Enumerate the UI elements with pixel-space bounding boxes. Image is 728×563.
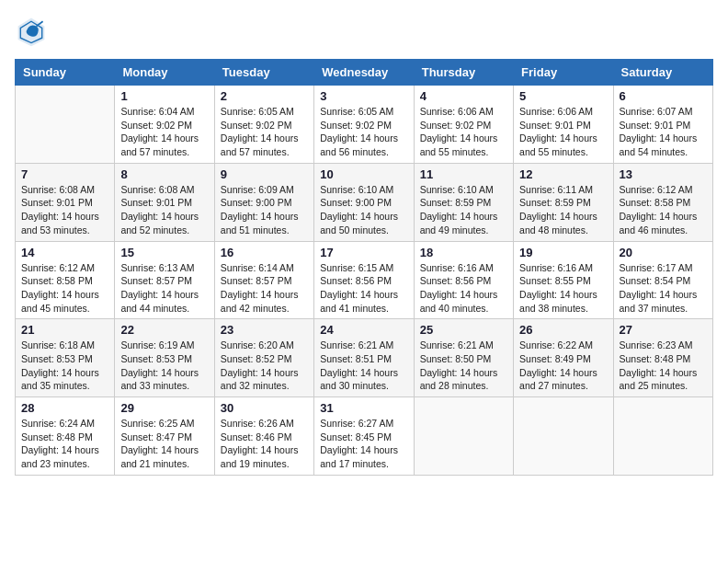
calendar-cell: 22Sunrise: 6:19 AM Sunset: 8:53 PM Dayli…	[115, 319, 214, 397]
day-number: 2	[221, 89, 308, 103]
calendar-cell: 12Sunrise: 6:11 AM Sunset: 8:59 PM Dayli…	[514, 163, 613, 241]
calendar-header-row: SundayMondayTuesdayWednesdayThursdayFrid…	[16, 60, 713, 86]
day-number: 11	[420, 167, 507, 181]
day-number: 18	[420, 246, 507, 259]
calendar-cell: 17Sunrise: 6:15 AM Sunset: 8:56 PM Dayli…	[314, 241, 414, 319]
day-number: 25	[420, 323, 507, 337]
day-info: Sunrise: 6:05 AM Sunset: 9:02 PM Dayligh…	[320, 105, 407, 159]
calendar-cell: 24Sunrise: 6:21 AM Sunset: 8:51 PM Dayli…	[314, 319, 414, 397]
calendar-cell: 27Sunrise: 6:23 AM Sunset: 8:48 PM Dayli…	[613, 319, 712, 397]
header-day-wednesday: Wednesday	[314, 60, 414, 86]
day-number: 17	[320, 246, 407, 259]
day-number: 28	[21, 401, 108, 415]
day-number: 5	[519, 89, 607, 103]
logo-icon	[15, 15, 48, 48]
day-number: 16	[221, 246, 308, 259]
calendar-cell: 23Sunrise: 6:20 AM Sunset: 8:52 PM Dayli…	[214, 319, 313, 397]
calendar-week-1: 1Sunrise: 6:04 AM Sunset: 9:02 PM Daylig…	[16, 86, 713, 164]
header-day-saturday: Saturday	[613, 60, 712, 86]
calendar-cell: 20Sunrise: 6:17 AM Sunset: 8:54 PM Dayli…	[613, 241, 712, 319]
day-number: 6	[620, 89, 707, 103]
header-day-friday: Friday	[514, 60, 613, 86]
day-number: 23	[221, 323, 308, 337]
calendar-cell: 25Sunrise: 6:21 AM Sunset: 8:50 PM Dayli…	[414, 319, 513, 397]
day-info: Sunrise: 6:21 AM Sunset: 8:51 PM Dayligh…	[320, 339, 407, 393]
calendar-cell: 3Sunrise: 6:05 AM Sunset: 9:02 PM Daylig…	[314, 86, 414, 164]
day-number: 13	[620, 167, 707, 181]
day-info: Sunrise: 6:19 AM Sunset: 8:53 PM Dayligh…	[120, 339, 208, 393]
calendar-cell	[613, 397, 712, 476]
calendar-cell: 5Sunrise: 6:06 AM Sunset: 9:01 PM Daylig…	[514, 86, 613, 164]
day-info: Sunrise: 6:27 AM Sunset: 8:45 PM Dayligh…	[320, 417, 407, 471]
day-number: 4	[420, 89, 507, 103]
day-info: Sunrise: 6:12 AM Sunset: 8:58 PM Dayligh…	[620, 183, 707, 237]
calendar-cell: 15Sunrise: 6:13 AM Sunset: 8:57 PM Dayli…	[115, 241, 214, 319]
day-info: Sunrise: 6:06 AM Sunset: 9:01 PM Dayligh…	[519, 105, 607, 159]
day-info: Sunrise: 6:15 AM Sunset: 8:56 PM Dayligh…	[320, 261, 407, 316]
day-info: Sunrise: 6:07 AM Sunset: 9:01 PM Dayligh…	[620, 105, 707, 159]
calendar-cell: 7Sunrise: 6:08 AM Sunset: 9:01 PM Daylig…	[16, 163, 115, 241]
day-number: 31	[320, 401, 407, 415]
page-header	[15, 15, 713, 48]
calendar-cell: 31Sunrise: 6:27 AM Sunset: 8:45 PM Dayli…	[314, 397, 414, 476]
day-number: 26	[519, 323, 607, 337]
calendar-cell: 16Sunrise: 6:14 AM Sunset: 8:57 PM Dayli…	[214, 241, 313, 319]
day-number: 27	[620, 323, 707, 337]
logo	[15, 15, 51, 48]
header-day-sunday: Sunday	[16, 60, 115, 86]
day-info: Sunrise: 6:21 AM Sunset: 8:50 PM Dayligh…	[420, 339, 507, 393]
day-info: Sunrise: 6:23 AM Sunset: 8:48 PM Dayligh…	[620, 339, 707, 393]
day-number: 10	[320, 167, 407, 181]
day-number: 15	[120, 246, 208, 259]
calendar-cell: 19Sunrise: 6:16 AM Sunset: 8:55 PM Dayli…	[514, 241, 613, 319]
day-info: Sunrise: 6:20 AM Sunset: 8:52 PM Dayligh…	[221, 339, 308, 393]
calendar-cell: 1Sunrise: 6:04 AM Sunset: 9:02 PM Daylig…	[115, 86, 214, 164]
header-day-tuesday: Tuesday	[214, 60, 313, 86]
calendar-cell	[16, 86, 115, 164]
day-info: Sunrise: 6:10 AM Sunset: 8:59 PM Dayligh…	[420, 183, 507, 237]
day-number: 3	[320, 89, 407, 103]
day-number: 19	[519, 246, 607, 259]
calendar-week-4: 21Sunrise: 6:18 AM Sunset: 8:53 PM Dayli…	[16, 319, 713, 397]
day-info: Sunrise: 6:09 AM Sunset: 9:00 PM Dayligh…	[221, 183, 308, 237]
calendar-cell: 10Sunrise: 6:10 AM Sunset: 9:00 PM Dayli…	[314, 163, 414, 241]
day-number: 12	[519, 167, 607, 181]
day-number: 9	[221, 167, 308, 181]
header-day-thursday: Thursday	[414, 60, 513, 86]
day-info: Sunrise: 6:17 AM Sunset: 8:54 PM Dayligh…	[620, 261, 707, 316]
calendar-cell: 26Sunrise: 6:22 AM Sunset: 8:49 PM Dayli…	[514, 319, 613, 397]
day-info: Sunrise: 6:08 AM Sunset: 9:01 PM Dayligh…	[21, 183, 108, 237]
day-info: Sunrise: 6:22 AM Sunset: 8:49 PM Dayligh…	[519, 339, 607, 393]
calendar-week-2: 7Sunrise: 6:08 AM Sunset: 9:01 PM Daylig…	[16, 163, 713, 241]
calendar-cell: 29Sunrise: 6:25 AM Sunset: 8:47 PM Dayli…	[115, 397, 214, 476]
calendar-cell: 9Sunrise: 6:09 AM Sunset: 9:00 PM Daylig…	[214, 163, 313, 241]
day-info: Sunrise: 6:16 AM Sunset: 8:55 PM Dayligh…	[519, 261, 607, 316]
day-info: Sunrise: 6:18 AM Sunset: 8:53 PM Dayligh…	[21, 339, 108, 393]
day-number: 14	[21, 246, 108, 259]
calendar-table: SundayMondayTuesdayWednesdayThursdayFrid…	[15, 59, 713, 476]
day-info: Sunrise: 6:05 AM Sunset: 9:02 PM Dayligh…	[221, 105, 308, 159]
calendar-week-5: 28Sunrise: 6:24 AM Sunset: 8:48 PM Dayli…	[16, 397, 713, 476]
day-info: Sunrise: 6:16 AM Sunset: 8:56 PM Dayligh…	[420, 261, 507, 316]
calendar-cell: 13Sunrise: 6:12 AM Sunset: 8:58 PM Dayli…	[613, 163, 712, 241]
calendar-cell: 2Sunrise: 6:05 AM Sunset: 9:02 PM Daylig…	[214, 86, 313, 164]
calendar-cell: 11Sunrise: 6:10 AM Sunset: 8:59 PM Dayli…	[414, 163, 513, 241]
day-info: Sunrise: 6:11 AM Sunset: 8:59 PM Dayligh…	[519, 183, 607, 237]
day-info: Sunrise: 6:10 AM Sunset: 9:00 PM Dayligh…	[320, 183, 407, 237]
day-info: Sunrise: 6:25 AM Sunset: 8:47 PM Dayligh…	[120, 417, 208, 471]
day-number: 22	[120, 323, 208, 337]
day-info: Sunrise: 6:04 AM Sunset: 9:02 PM Dayligh…	[120, 105, 208, 159]
calendar-cell	[414, 397, 513, 476]
calendar-cell: 6Sunrise: 6:07 AM Sunset: 9:01 PM Daylig…	[613, 86, 712, 164]
day-info: Sunrise: 6:13 AM Sunset: 8:57 PM Dayligh…	[120, 261, 208, 316]
calendar-cell	[514, 397, 613, 476]
day-number: 20	[620, 246, 707, 259]
day-info: Sunrise: 6:12 AM Sunset: 8:58 PM Dayligh…	[21, 261, 108, 316]
calendar-cell: 18Sunrise: 6:16 AM Sunset: 8:56 PM Dayli…	[414, 241, 513, 319]
day-info: Sunrise: 6:08 AM Sunset: 9:01 PM Dayligh…	[120, 183, 208, 237]
calendar-cell: 21Sunrise: 6:18 AM Sunset: 8:53 PM Dayli…	[16, 319, 115, 397]
day-number: 8	[120, 167, 208, 181]
day-number: 7	[21, 167, 108, 181]
day-number: 1	[120, 89, 208, 103]
calendar-cell: 4Sunrise: 6:06 AM Sunset: 9:02 PM Daylig…	[414, 86, 513, 164]
